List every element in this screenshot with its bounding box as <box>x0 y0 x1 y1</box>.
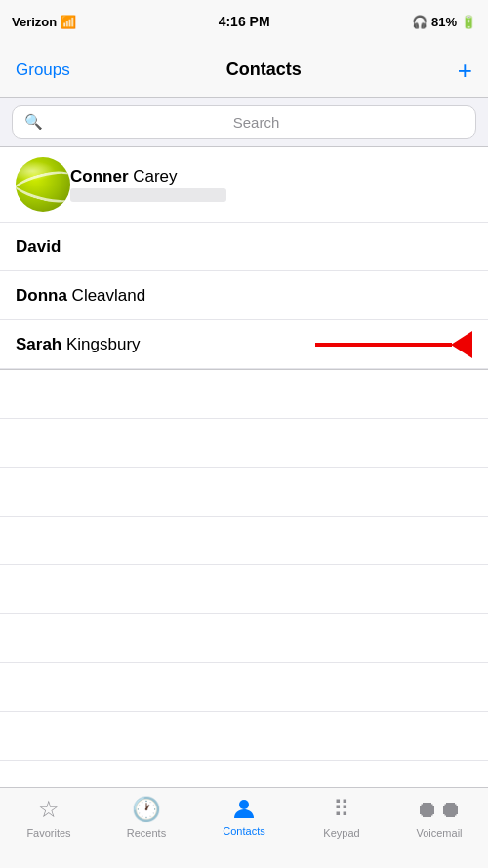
contact-info: Conner Carey <box>70 167 472 202</box>
status-right: 🎧 81% 🔋 <box>412 15 476 29</box>
contact-subtitle-blur <box>70 188 226 202</box>
search-box[interactable]: 🔍 Search <box>12 105 476 139</box>
empty-row <box>0 419 488 468</box>
contact-name: Sarah Kingsbury <box>16 335 141 354</box>
avatar <box>16 157 70 212</box>
tab-keypad[interactable]: ⠿ Keypad <box>293 796 390 839</box>
keypad-icon: ⠿ <box>333 796 350 823</box>
empty-row <box>0 517 488 565</box>
contact-list: Conner Carey David Donna Cleavland Sarah… <box>0 147 488 370</box>
tab-recents[interactable]: 🕐 Recents <box>98 796 195 839</box>
wifi-icon: 📶 <box>61 15 76 29</box>
status-time: 4:16 PM <box>219 14 270 29</box>
recents-icon: 🕐 <box>132 796 161 823</box>
voicemail-icon: ⏺⏺ <box>416 796 463 823</box>
empty-row <box>0 370 488 419</box>
empty-row <box>0 663 488 712</box>
page-title: Contacts <box>226 60 302 80</box>
contact-item[interactable]: Donna Cleavland <box>0 271 488 320</box>
empty-row <box>0 614 488 663</box>
headphone-icon: 🎧 <box>412 15 427 29</box>
tab-keypad-label: Keypad <box>323 827 359 839</box>
empty-row <box>0 712 488 761</box>
carrier-text: Verizon <box>12 15 57 29</box>
empty-row <box>0 565 488 614</box>
tab-voicemail-label: Voicemail <box>416 827 462 839</box>
battery-text: 81% <box>431 15 457 29</box>
tab-voicemail[interactable]: ⏺⏺ Voicemail <box>390 796 488 839</box>
contacts-icon <box>231 796 257 821</box>
contact-name: David <box>16 237 61 257</box>
annotation-arrow <box>315 331 472 358</box>
tab-contacts-label: Contacts <box>223 825 264 837</box>
search-placeholder: Search <box>49 114 464 131</box>
favorites-icon: ☆ <box>38 796 60 823</box>
arrow-head <box>451 331 472 358</box>
contact-item[interactable]: David <box>0 223 488 271</box>
arrow-line <box>315 343 452 347</box>
status-left: Verizon 📶 <box>12 15 76 29</box>
contact-name: Donna Cleavland <box>16 286 145 306</box>
nav-bar: Groups Contacts + <box>0 43 488 98</box>
empty-row <box>0 468 488 517</box>
tab-favorites-label: Favorites <box>26 827 70 839</box>
tab-favorites[interactable]: ☆ Favorites <box>0 796 98 839</box>
search-icon: 🔍 <box>24 113 43 131</box>
contact-name: Conner Carey <box>70 167 472 186</box>
tennis-seam <box>16 157 70 212</box>
contact-item[interactable]: Conner Carey <box>0 147 488 223</box>
tab-recents-label: Recents <box>127 827 166 839</box>
groups-button[interactable]: Groups <box>16 61 70 80</box>
empty-rows <box>0 370 488 809</box>
status-bar: Verizon 📶 4:16 PM 🎧 81% 🔋 <box>0 0 488 43</box>
search-container: 🔍 Search <box>0 98 488 147</box>
svg-point-0 <box>239 800 249 809</box>
battery-icon: 🔋 <box>461 15 476 29</box>
contact-item[interactable]: Sarah Kingsbury <box>0 320 488 369</box>
add-contact-button[interactable]: + <box>458 58 472 83</box>
tab-bar: ☆ Favorites 🕐 Recents Contacts ⠿ Keypad … <box>0 787 488 868</box>
tab-contacts[interactable]: Contacts <box>195 796 293 837</box>
